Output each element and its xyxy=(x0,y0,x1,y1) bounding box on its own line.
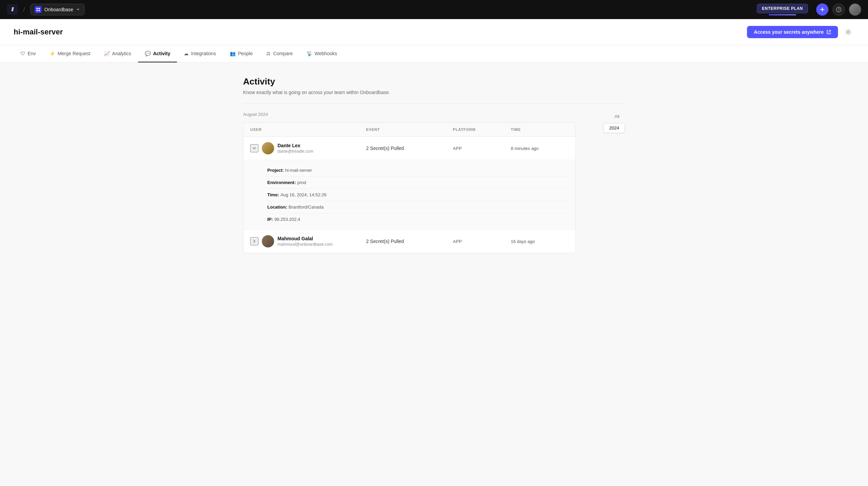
settings-button[interactable] xyxy=(842,26,854,38)
tab-activity[interactable]: 💬 Activity xyxy=(138,45,177,62)
detail-time: Time: Aug 16, 2024, 14:52:26 xyxy=(267,189,569,201)
time-detail-value: Aug 16, 2024, 14:52:26 xyxy=(280,192,326,197)
svg-rect-3 xyxy=(39,10,40,11)
tab-env[interactable]: 🛡 Env xyxy=(14,45,43,62)
dante-event: 2 Secret(s) Pulled xyxy=(366,146,453,151)
nav-separator: / xyxy=(23,6,25,13)
row-mahmoud-main: Mahmoud Galal mahmoud@onboardbase.com 2 … xyxy=(243,230,575,253)
dante-info: Dante Lex dante@treadie.com xyxy=(278,143,313,154)
project-label: Project: xyxy=(267,168,284,173)
analytics-icon: 📈 xyxy=(104,51,110,56)
location-label: Location: xyxy=(267,204,287,210)
external-link-icon xyxy=(826,30,831,34)
dante-email: dante@treadie.com xyxy=(278,149,313,154)
access-secrets-button[interactable]: Access your secrets anywhere xyxy=(747,26,838,38)
detail-project: Project: hi-mail-server xyxy=(267,164,569,177)
mahmoud-expand-area: Mahmoud Galal mahmoud@onboardbase.com xyxy=(250,235,366,247)
dante-collapse-btn[interactable] xyxy=(250,144,258,152)
tab-webhooks-label: Webhooks xyxy=(315,51,337,56)
ip-value: 99.253.202.4 xyxy=(274,217,300,222)
chevron-right-icon xyxy=(252,239,256,243)
mahmoud-avatar xyxy=(262,235,274,247)
dante-avatar xyxy=(262,142,274,154)
tab-compare-label: Compare xyxy=(273,51,293,56)
dante-expand-area: Dante Lex dante@treadie.com xyxy=(250,142,366,154)
workspace-icon xyxy=(35,6,42,13)
merge-icon: ⚡ xyxy=(49,51,55,56)
enterprise-label: ENTERPRISE PLAN xyxy=(762,6,803,11)
activity-subtitle: Know exactly what is going on across you… xyxy=(243,90,625,95)
dante-details: Project: hi-mail-server Environment: pro… xyxy=(243,160,575,229)
tab-merge-request-label: Merge Request xyxy=(58,51,90,56)
mahmoud-time: 16 days ago xyxy=(511,239,569,244)
mahmoud-event: 2 Secret(s) Pulled xyxy=(366,239,453,244)
ip-label: IP: xyxy=(267,217,273,222)
environment-label: Environment: xyxy=(267,180,296,185)
table-header: USER EVENT PLATFORM TIME xyxy=(243,123,575,137)
detail-environment: Environment: prod xyxy=(267,177,569,189)
environment-value: prod xyxy=(297,180,306,185)
logo-area: // xyxy=(7,4,18,15)
tab-env-label: Env xyxy=(28,51,36,56)
tab-integrations-label: Integrations xyxy=(191,51,216,56)
tab-analytics[interactable]: 📈 Analytics xyxy=(97,45,138,62)
top-navigation: // / Onboardbase ENTERPRISE PLAN ? xyxy=(0,0,868,19)
section-divider xyxy=(243,103,625,104)
mahmoud-name: Mahmoud Galal xyxy=(278,236,333,241)
tab-people[interactable]: 👥 People xyxy=(223,45,260,62)
activity-table: USER EVENT PLATFORM TIME xyxy=(243,122,576,253)
tab-compare[interactable]: ⚖ Compare xyxy=(259,45,300,62)
mahmoud-email: mahmoud@onboardbase.com xyxy=(278,242,333,247)
people-icon: 👥 xyxy=(230,51,236,56)
filter-2024-button[interactable]: 2024 xyxy=(603,123,625,133)
compare-icon: ⚖ xyxy=(266,51,271,56)
settings-gear-icon xyxy=(845,29,852,35)
table-row: Mahmoud Galal mahmoud@onboardbase.com 2 … xyxy=(243,230,575,253)
tab-integrations[interactable]: ☁ Integrations xyxy=(177,45,223,62)
header-event: EVENT xyxy=(366,127,453,132)
help-button[interactable]: ? xyxy=(833,3,845,16)
activity-icon: 💬 xyxy=(145,51,151,56)
tab-merge-request[interactable]: ⚡ Merge Request xyxy=(43,45,97,62)
logo-icon: // xyxy=(7,4,18,15)
question-icon: ? xyxy=(836,7,841,12)
row-dante-main: Dante Lex dante@treadie.com 2 Secret(s) … xyxy=(243,137,575,160)
chevron-down-icon xyxy=(76,7,80,12)
add-button[interactable] xyxy=(816,3,828,16)
location-value: Brantford/Canada xyxy=(289,204,324,210)
webhooks-icon: 📡 xyxy=(306,51,312,56)
user-avatar[interactable] xyxy=(849,3,861,16)
workspace-name: Onboardbase xyxy=(44,7,73,12)
header-user: USER xyxy=(250,127,366,132)
avatar-image xyxy=(850,4,860,15)
mahmoud-expand-btn[interactable] xyxy=(250,237,258,245)
detail-location: Location: Brantford/Canada xyxy=(267,201,569,213)
integrations-icon: ☁ xyxy=(184,51,189,56)
svg-rect-1 xyxy=(39,8,40,9)
dante-platform: APP xyxy=(453,146,511,151)
mahmoud-platform: APP xyxy=(453,239,511,244)
activity-title: Activity xyxy=(243,76,625,87)
svg-text:?: ? xyxy=(838,8,840,12)
project-value: hi-mail-server xyxy=(285,168,312,173)
dante-time: 8 minutes ago xyxy=(511,146,569,151)
svg-rect-0 xyxy=(36,8,38,9)
tab-analytics-label: Analytics xyxy=(112,51,131,56)
page-header: hi-mail-server Access your secrets anywh… xyxy=(0,19,868,45)
activity-main-panel: August 2024 USER EVENT PLATFORM TIME xyxy=(243,112,576,253)
detail-ip: IP: 99.253.202.4 xyxy=(267,213,569,225)
tab-webhooks[interactable]: 📡 Webhooks xyxy=(300,45,344,62)
mahmoud-info: Mahmoud Galal mahmoud@onboardbase.com xyxy=(278,236,333,247)
time-detail-label: Time: xyxy=(267,192,279,197)
tabs-navigation: 🛡 Env ⚡ Merge Request 📈 Analytics 💬 Acti… xyxy=(0,45,868,63)
svg-point-6 xyxy=(847,31,849,33)
header-actions: Access your secrets anywhere xyxy=(747,26,854,38)
filter-all-button[interactable]: All xyxy=(609,112,625,121)
tab-people-label: People xyxy=(238,51,253,56)
activity-sidebar: All 2024 xyxy=(584,112,625,253)
workspace-selector[interactable]: Onboardbase xyxy=(30,4,85,15)
month-label: August 2024 xyxy=(243,112,576,117)
filter-panel: All 2024 xyxy=(584,112,625,133)
chevron-down-icon xyxy=(252,146,256,150)
tab-activity-label: Activity xyxy=(153,51,170,56)
